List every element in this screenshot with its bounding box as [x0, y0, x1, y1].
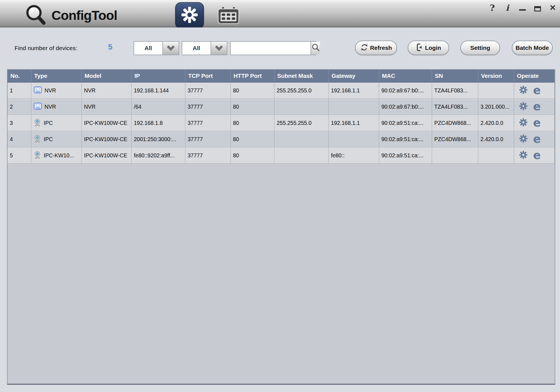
title-bar: ConfigTool — [0, 0, 560, 27]
cell-http-port: 80 — [233, 87, 239, 94]
login-icon — [416, 43, 424, 53]
magnifier-logo-icon — [24, 4, 49, 26]
ipc-icon — [34, 118, 41, 128]
cell-gateway: 192.168.1.1 — [331, 120, 360, 126]
search-input[interactable] — [231, 42, 311, 55]
cell-no: 4 — [10, 136, 13, 142]
help-icon[interactable]: ? — [488, 3, 496, 13]
info-icon[interactable]: i — [503, 3, 511, 13]
batch-mode-button[interactable]: Batch Mode — [512, 41, 553, 55]
cell-no: 2 — [10, 104, 13, 110]
filter-dropdown-2-value: All — [182, 42, 211, 55]
cell-http-port: 80 — [233, 152, 239, 158]
refresh-icon — [360, 43, 368, 53]
tab-settings[interactable] — [175, 2, 204, 29]
cell-sn: TZA4LF083... — [434, 104, 468, 110]
cell-tcp-port: 37777 — [188, 87, 203, 94]
cell-mac: 90:02:a9:67:b0:... — [381, 104, 424, 110]
login-button-label: Login — [425, 45, 441, 51]
column-header-sn[interactable]: SN — [432, 70, 478, 83]
refresh-button-label: Refresh — [370, 45, 392, 51]
column-header-no-[interactable]: No. — [8, 70, 31, 83]
cell-tcp-port: 37777 — [188, 104, 203, 110]
table-header-row: No.TypeModelIPTCP PortHTTP PortSubnet Ma… — [8, 70, 555, 83]
nvr-icon — [34, 102, 42, 111]
nvr-icon — [34, 86, 42, 95]
cell-http-port: 80 — [233, 104, 239, 110]
operate-settings-gear-icon[interactable] — [519, 151, 528, 160]
table-row[interactable]: 5 IPC-KW10... — [8, 148, 555, 164]
cell-type: IPC-KW10... — [44, 152, 74, 159]
cell-tcp-port: 37777 — [188, 136, 203, 142]
cell-type: NVR — [45, 104, 56, 110]
cell-mac: 90:02:a9:51:ca:... — [381, 152, 424, 158]
setting-button[interactable]: Setting — [460, 41, 500, 55]
table-row[interactable]: 3 IPC — [8, 115, 555, 131]
operate-settings-gear-icon[interactable] — [519, 102, 528, 112]
table-body: 1 NVR — [8, 83, 555, 164]
table-row[interactable]: 1 NVR — [8, 83, 555, 99]
app-logo: ConfigTool — [24, 4, 117, 26]
close-icon[interactable]: ✕ — [549, 3, 557, 13]
ie-browser-icon[interactable]: e — [533, 135, 541, 143]
maximize-icon[interactable] — [534, 3, 542, 13]
cell-subnet-mask: 255.255.255.0 — [277, 87, 312, 94]
cell-tcp-port: 37777 — [188, 120, 203, 126]
filter-dropdown-1[interactable]: All — [134, 41, 179, 55]
minimize-icon[interactable] — [519, 3, 526, 13]
column-header-http-port[interactable]: HTTP Port — [231, 70, 274, 83]
column-header-ip[interactable]: IP — [132, 70, 185, 83]
cell-model: IPC-KW100W-CE — [84, 120, 127, 126]
column-header-operate[interactable]: Operate — [514, 70, 555, 83]
column-header-gateway[interactable]: Gateway — [329, 70, 379, 83]
calendar-icon — [217, 6, 240, 26]
column-header-type[interactable]: Type — [31, 70, 82, 83]
ie-browser-icon[interactable]: e — [533, 151, 541, 159]
cell-model: IPC-KW100W-CE — [84, 152, 127, 158]
window-controls: ? i ✕ — [488, 2, 557, 14]
cell-type: IPC — [44, 136, 53, 143]
cell-model: NVR — [84, 87, 95, 94]
operate-settings-gear-icon[interactable] — [519, 86, 528, 95]
cell-ip: 2001:250:3000:... — [134, 136, 176, 142]
cell-version: 2.420.0.0 — [480, 120, 503, 126]
search-button[interactable] — [311, 42, 320, 55]
search-icon — [311, 43, 320, 53]
column-header-subnet-mask[interactable]: Subnet Mask — [274, 70, 329, 83]
gear-icon — [181, 6, 198, 24]
ie-browser-icon[interactable]: e — [533, 118, 541, 127]
ie-browser-icon[interactable]: e — [533, 102, 541, 111]
login-button[interactable]: Login — [408, 41, 449, 55]
operate-settings-gear-icon[interactable] — [519, 118, 528, 128]
cell-http-port: 80 — [233, 136, 239, 142]
ie-browser-icon[interactable]: e — [533, 86, 541, 94]
refresh-button[interactable]: Refresh — [355, 41, 397, 55]
table-row[interactable]: 2 NVR — [8, 99, 555, 115]
operate-settings-gear-icon[interactable] — [519, 134, 528, 144]
cell-ip: /64 — [134, 104, 141, 110]
cell-sn: PZC4DW868... — [434, 120, 471, 126]
column-header-model[interactable]: Model — [82, 70, 132, 83]
cell-mac: 90:02:a9:51:ca:... — [381, 136, 424, 142]
filter-dropdown-2[interactable]: All — [182, 41, 227, 55]
chevron-down-icon[interactable] — [162, 42, 179, 55]
column-header-tcp-port[interactable]: TCP Port — [185, 70, 231, 83]
column-header-mac[interactable]: MAC — [379, 70, 432, 83]
cell-ip: 192.168.1.144 — [134, 87, 169, 94]
cell-type: IPC — [44, 120, 53, 126]
cell-subnet-mask: 255.255.255.0 — [277, 120, 312, 126]
ipc-icon — [34, 135, 41, 144]
cell-http-port: 80 — [233, 120, 239, 126]
cell-sn: PZC4DW868... — [434, 136, 471, 142]
cell-ip: fe80::9202:a9ff... — [134, 152, 175, 158]
cell-no: 5 — [10, 152, 13, 158]
device-table-container: No.TypeModelIPTCP PortHTTP PortSubnet Ma… — [7, 69, 555, 385]
table-row[interactable]: 4 IPC — [8, 131, 555, 148]
cell-sn: TZA4LF083... — [434, 87, 468, 94]
cell-model: IPC-KW100W-CE — [84, 136, 127, 142]
cell-no: 3 — [10, 120, 13, 126]
tab-calendar[interactable] — [216, 6, 241, 26]
column-header-version[interactable]: Version — [478, 70, 514, 83]
cell-model: NVR — [84, 104, 95, 110]
chevron-down-icon[interactable] — [211, 42, 227, 55]
